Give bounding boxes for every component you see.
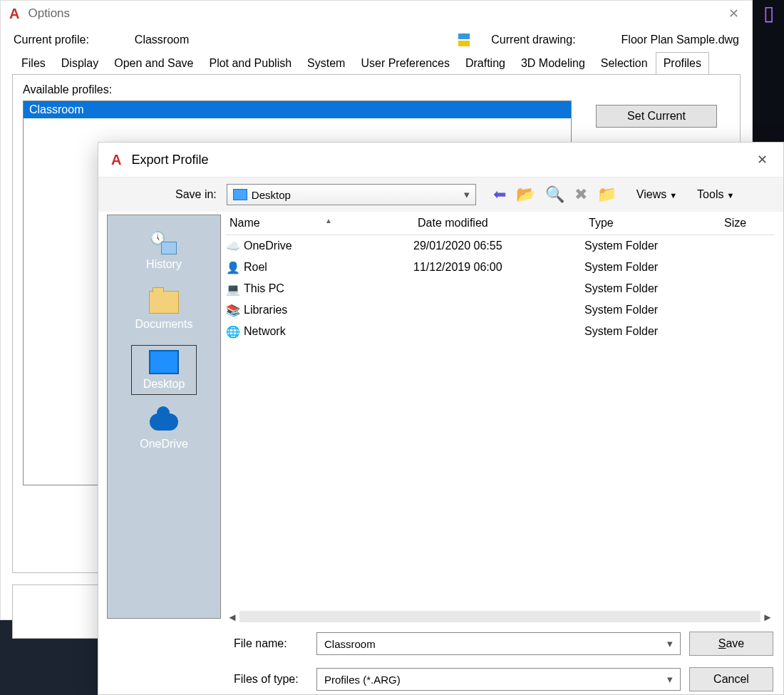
file-type: System Folder: [584, 240, 720, 252]
place-label: OneDrive: [140, 438, 188, 451]
current-profile-value: Classroom: [135, 34, 189, 46]
export-profile-dialog: A Export Profile ✕ Save in: Desktop ▾ ⬅ …: [98, 142, 784, 695]
save-in-value: Desktop: [252, 189, 291, 201]
file-dialog-tool-icons: ⬅ 📂 🔍 ✖ 📁: [493, 185, 617, 204]
new-folder-icon[interactable]: 📁: [597, 185, 617, 204]
options-titlebar[interactable]: A Options ✕: [1, 1, 752, 26]
file-list-header[interactable]: Name▲ Date modified Type Size: [225, 212, 775, 235]
file-icon: 📚: [225, 304, 241, 317]
files-of-type-combo[interactable]: Profiles (*.ARG) ▾: [316, 668, 681, 691]
current-drawing-label: Current drawing:: [491, 34, 575, 46]
file-date: 29/01/2020 06:55: [413, 240, 584, 252]
sort-ascending-icon: ▲: [325, 217, 332, 225]
close-icon[interactable]: ✕: [751, 149, 773, 170]
place-history[interactable]: History: [132, 225, 196, 275]
column-date-modified[interactable]: Date modified: [418, 217, 589, 230]
profile-list-item[interactable]: Classroom: [24, 101, 571, 118]
file-type: System Folder: [584, 282, 720, 295]
file-area: Name▲ Date modified Type Size ☁️OneDrive…: [221, 212, 783, 624]
tab-plot-and-publish[interactable]: Plot and Publish: [201, 52, 299, 74]
save-button-rest: ave: [726, 637, 744, 649]
available-profiles-label: Available profiles:: [23, 83, 730, 96]
file-row[interactable]: 👤Roel11/12/2019 06:00System Folder: [225, 257, 775, 278]
options-header-row: Current profile: Classroom Current drawi…: [1, 26, 752, 52]
file-type: System Folder: [584, 261, 720, 274]
documents-folder-icon: [149, 291, 179, 314]
place-label: Desktop: [143, 378, 185, 391]
scroll-left-icon[interactable]: ◄: [225, 611, 239, 623]
save-in-combo[interactable]: Desktop ▾: [227, 184, 476, 205]
tab-files[interactable]: Files: [14, 52, 53, 74]
save-button[interactable]: Save: [689, 632, 773, 656]
files-of-type-value: Profiles (*.ARG): [324, 674, 401, 686]
places-bar: History Documents Desktop OneDrive: [107, 215, 221, 619]
horizontal-scrollbar[interactable]: ◄ ►: [225, 609, 775, 624]
autocad-a-icon: A: [6, 6, 22, 22]
current-drawing-value: Floor Plan Sample.dwg: [621, 34, 739, 46]
cancel-button[interactable]: Cancel: [689, 667, 773, 691]
onedrive-cloud-icon: [150, 413, 178, 431]
export-bottom-rows: File name: Classroom ▾ Save Files of typ…: [98, 624, 783, 694]
search-web-icon[interactable]: 🔍: [545, 185, 564, 204]
place-documents[interactable]: Documents: [132, 285, 196, 335]
file-name: This PC: [244, 282, 413, 295]
history-icon: [150, 230, 178, 254]
place-label: History: [146, 258, 182, 271]
views-menu[interactable]: Views▼: [636, 188, 677, 201]
options-tabs: Files Display Open and Save Plot and Pub…: [1, 52, 752, 74]
file-name: OneDrive: [244, 240, 413, 252]
tab-system[interactable]: System: [299, 52, 353, 74]
file-name: Roel: [244, 261, 413, 274]
file-type: System Folder: [584, 304, 720, 316]
file-row[interactable]: 💻This PCSystem Folder: [225, 278, 775, 299]
place-onedrive[interactable]: OneDrive: [132, 405, 196, 455]
desktop-icon: [149, 350, 179, 374]
file-name-input[interactable]: Classroom ▾: [316, 632, 681, 655]
tab-display[interactable]: Display: [53, 52, 106, 74]
export-title: Export Profile: [131, 153, 208, 168]
chevron-down-icon[interactable]: ▾: [667, 637, 673, 650]
file-icon: 🌐: [225, 325, 241, 339]
save-in-label: Save in:: [175, 188, 217, 201]
place-label: Documents: [135, 318, 193, 331]
autocad-a-icon: A: [108, 152, 124, 168]
scroll-track[interactable]: [239, 611, 760, 622]
file-icon: 👤: [225, 261, 241, 274]
back-icon[interactable]: ⬅: [493, 185, 506, 204]
options-title: Options: [28, 6, 70, 21]
set-current-button[interactable]: Set Current: [596, 105, 717, 128]
chevron-down-icon[interactable]: ▾: [667, 673, 673, 686]
tools-menu[interactable]: Tools▼: [697, 188, 734, 201]
tab-profiles[interactable]: Profiles: [656, 52, 709, 74]
close-icon[interactable]: ✕: [721, 1, 746, 26]
tab-user-preferences[interactable]: User Preferences: [353, 52, 458, 74]
delete-icon[interactable]: ✖: [574, 185, 587, 204]
column-size[interactable]: Size: [724, 217, 775, 230]
export-titlebar[interactable]: A Export Profile ✕: [98, 143, 783, 177]
tab-drafting[interactable]: Drafting: [458, 52, 513, 74]
chevron-down-icon: ▾: [464, 188, 470, 201]
file-name: Network: [244, 325, 413, 338]
tab-3d-modeling[interactable]: 3D Modeling: [513, 52, 593, 74]
file-name-value: Classroom: [324, 638, 376, 650]
tab-open-and-save[interactable]: Open and Save: [106, 52, 201, 74]
file-row[interactable]: 📚LibrariesSystem Folder: [225, 299, 775, 321]
file-row[interactable]: ☁️OneDrive29/01/2020 06:55System Folder: [225, 235, 775, 257]
tab-selection[interactable]: Selection: [593, 52, 656, 74]
app-background-strip: ▯: [753, 0, 784, 143]
current-profile-label: Current profile:: [14, 34, 89, 46]
column-type[interactable]: Type: [589, 217, 724, 230]
place-desktop[interactable]: Desktop: [131, 345, 197, 395]
column-name[interactable]: Name▲: [225, 217, 418, 230]
ruler-glyph: ▯: [753, 3, 784, 24]
up-one-level-icon[interactable]: 📂: [516, 185, 535, 204]
file-list[interactable]: ☁️OneDrive29/01/2020 06:55System Folder👤…: [225, 235, 775, 609]
file-type: System Folder: [584, 325, 720, 338]
file-name-label: File name:: [234, 637, 308, 650]
file-row[interactable]: 🌐NetworkSystem Folder: [225, 321, 775, 342]
scroll-right-icon[interactable]: ►: [760, 611, 775, 623]
file-icon: 💻: [225, 282, 241, 296]
export-toolbar: Save in: Desktop ▾ ⬅ 📂 🔍 ✖ 📁 Views▼ Tool…: [98, 177, 783, 212]
desktop-folder-icon: [233, 189, 247, 200]
file-date: 11/12/2019 06:00: [413, 261, 584, 274]
